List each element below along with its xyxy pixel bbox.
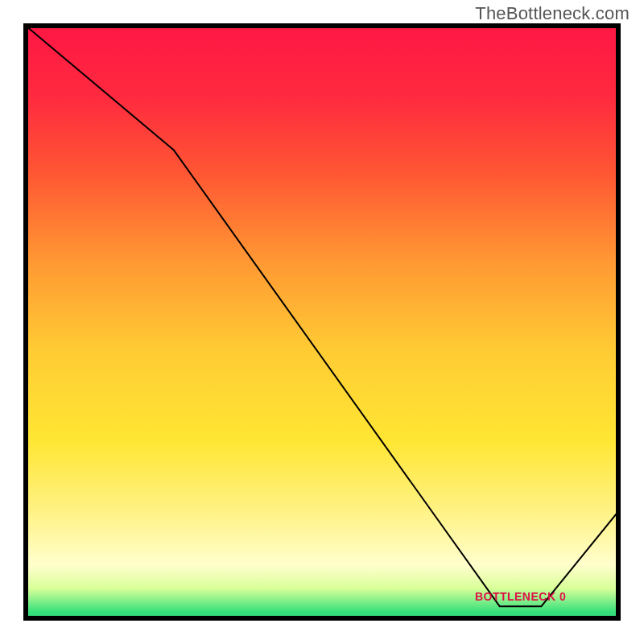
annotation-bottleneck-marker: BOTTLENECK 0 — [475, 590, 566, 603]
heat-background — [26, 26, 618, 618]
chart-container: TheBottleneck.com BOTTLENECK 0 — [0, 0, 644, 644]
bottleneck-chart: BOTTLENECK 0 — [0, 0, 644, 644]
watermark: TheBottleneck.com — [475, 3, 630, 24]
